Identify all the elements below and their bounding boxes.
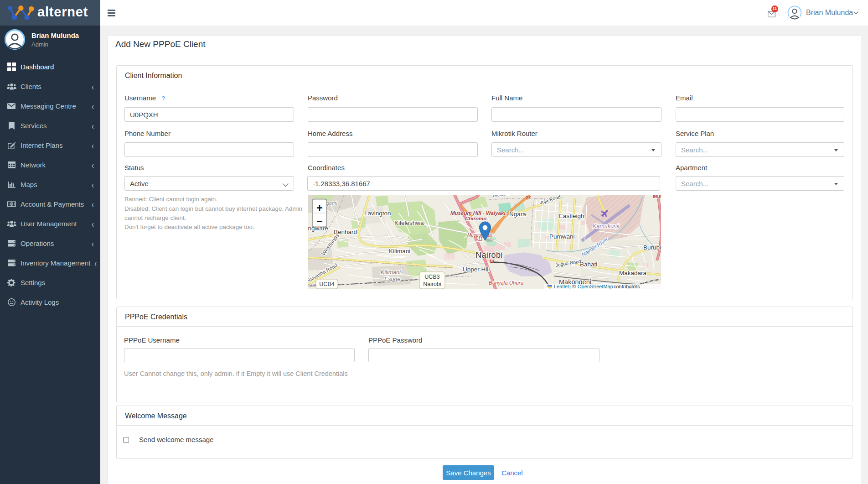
svg-text:Kileleshwa: Kileleshwa: [394, 219, 424, 226]
svg-text:Upper Hill: Upper Hill: [463, 266, 490, 273]
svg-text:UCB3: UCB3: [424, 274, 439, 280]
svg-text:| ©: | ©: [569, 284, 576, 289]
svg-text:Nairobi: Nairobi: [423, 281, 441, 287]
svg-text:Mutarakw: Mutarakw: [653, 195, 661, 199]
svg-text:Bahati: Bahati: [580, 261, 597, 268]
svg-text:contributors: contributors: [614, 284, 640, 289]
svg-text:13: 13: [489, 259, 495, 264]
svg-text:Kilimani: Kilimani: [389, 248, 410, 255]
svg-text:Ngara: Ngara: [509, 211, 526, 218]
svg-text:Eastleigh: Eastleigh: [559, 213, 584, 219]
svg-text:11: 11: [478, 237, 482, 242]
svg-text:Leaflet: Leaflet: [554, 284, 569, 289]
svg-text:−: −: [316, 215, 322, 227]
svg-text:Bunyala Uhuru: Bunyala Uhuru: [489, 280, 524, 286]
svg-text:UCB4: UCB4: [319, 281, 334, 287]
svg-text:Buruburu: Buruburu: [643, 244, 661, 251]
svg-text:Chiromo: Chiromo: [465, 216, 486, 221]
svg-text:Estate: Estate: [384, 276, 400, 282]
svg-text:OpenStreetMap: OpenStreetMap: [578, 284, 613, 289]
svg-text:Makadara: Makadara: [619, 270, 647, 276]
svg-text:Museum Hill - Waiyaki,: Museum Hill - Waiyaki,: [450, 210, 507, 216]
svg-text:Kilimani: Kilimani: [381, 269, 401, 276]
svg-text:Kamukunji: Kamukunji: [593, 223, 620, 229]
svg-text:+: +: [316, 202, 322, 214]
svg-text:17: 17: [526, 195, 531, 200]
svg-text:Lavington: Lavington: [364, 210, 391, 217]
svg-text:gemi: gemi: [326, 200, 337, 206]
svg-text:Nairobi: Nairobi: [475, 250, 503, 260]
svg-text:Pumwani: Pumwani: [549, 233, 575, 240]
